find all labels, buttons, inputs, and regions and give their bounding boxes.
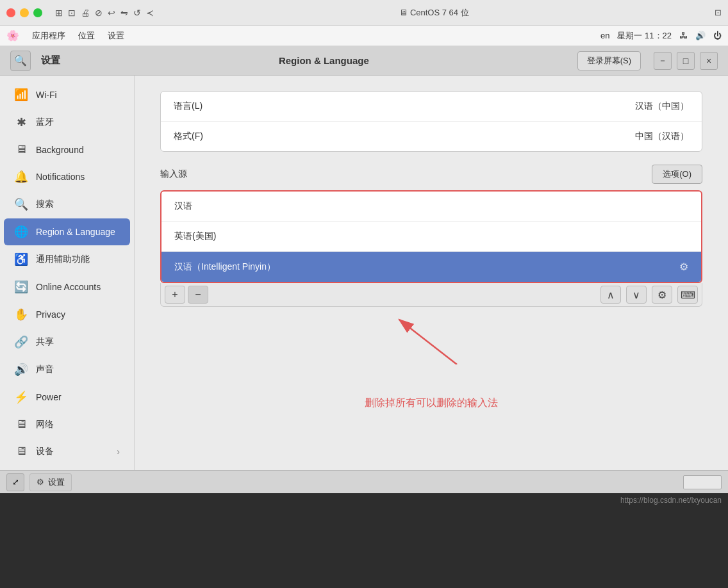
svg-line-1 — [399, 320, 457, 364]
move-up-button[interactable]: ∧ — [600, 286, 621, 304]
taskbar-settings-item[interactable]: ⚙ 设置 — [29, 473, 72, 491]
sidebar-item-devices[interactable]: 🖥 设备 › — [4, 438, 130, 464]
vm-title: 🖥 CentOS 7 64 位 — [154, 7, 715, 19]
locale-indicator: en — [600, 31, 609, 40]
input-sources-toolbar: + − ∧ ∨ ⚙ ⌨ — [160, 283, 702, 307]
close-btn[interactable] — [6, 8, 15, 17]
sidebar-label-search: 搜索 — [36, 199, 54, 210]
sidebar-item-region[interactable]: 🌐 Region & Language — [4, 218, 130, 245]
menubar: 🌸 应用程序 位置 设置 en 星期一 11：22 🖧 🔊 ⏻ — [0, 26, 728, 46]
source-chinese-label: 汉语 — [174, 200, 192, 212]
format-row: 格式(F) 中国（汉语） — [161, 122, 702, 151]
login-screen-button[interactable]: 登录屏幕(S) — [577, 51, 641, 70]
sidebar-item-wifi[interactable]: 📶 Wi-Fi — [4, 81, 130, 108]
source-chinese[interactable]: 汉语 — [161, 192, 701, 222]
background-icon: 🖥 — [14, 143, 28, 156]
search-button[interactable]: 🔍 — [10, 51, 31, 71]
minimize-btn[interactable] — [20, 8, 29, 17]
sidebar-label-region: Region & Language — [36, 227, 115, 237]
accessibility-icon: ♿ — [14, 252, 28, 266]
format-value: 中国（汉语） — [635, 131, 689, 142]
source-english-us[interactable]: 英语(美国) — [161, 222, 701, 252]
sidebar-item-online-accounts[interactable]: 🔄 Online Accounts — [4, 274, 130, 300]
window-close-btn[interactable]: × — [700, 52, 718, 70]
keyboard-button[interactable]: ⌨ — [677, 286, 698, 304]
annotation-arrow — [367, 313, 495, 364]
online-accounts-icon: 🔄 — [14, 280, 28, 294]
window-action-buttons: － □ × — [654, 52, 718, 70]
titlebar-right: ⊡ — [715, 8, 722, 17]
language-label: 语言(L) — [174, 101, 635, 112]
input-sources-header: 输入源 选项(O) — [160, 165, 702, 184]
search-icon: 🔍 — [14, 197, 28, 211]
sidebar-item-background[interactable]: 🖥 Background — [4, 136, 130, 163]
sidebar-label-accessibility: 通用辅助功能 — [36, 254, 90, 265]
menu-settings[interactable]: 设置 — [101, 28, 131, 44]
language-value: 汉语（中国） — [635, 101, 689, 112]
privacy-icon: ✋ — [14, 307, 28, 322]
language-format-section: 语言(L) 汉语（中国） 格式(F) 中国（汉语） — [160, 91, 702, 152]
sidebar-item-power[interactable]: ⚡ Power — [4, 384, 130, 411]
sidebar-item-search[interactable]: 🔍 搜索 — [4, 191, 130, 218]
menubar-right: en 星期一 11：22 🖧 🔊 ⏻ — [600, 30, 722, 42]
sidebar-label-wifi: Wi-Fi — [36, 90, 57, 100]
volume-icon: 🔊 — [695, 31, 706, 40]
icon8: ≺ — [146, 8, 154, 18]
sidebar-item-sharing[interactable]: 🔗 共享 — [4, 329, 130, 355]
icon7: ↺ — [133, 8, 141, 18]
sidebar-item-sound[interactable]: 🔊 声音 — [4, 356, 130, 383]
window-minimize-btn[interactable]: － — [654, 52, 672, 70]
input-settings-button[interactable]: ⚙ — [652, 286, 672, 304]
source-chinese-pinyin-label: 汉语（Intelligent Pinyin） — [174, 261, 276, 273]
source-english-us-label: 英语(美国) — [174, 231, 216, 242]
sidebar-item-privacy[interactable]: ✋ Privacy — [4, 301, 130, 328]
window-controls — [6, 8, 42, 17]
taskbar: ⤢ ⚙ 设置 — [0, 470, 728, 493]
bluetooth-icon: ✱ — [14, 115, 28, 129]
sharing-icon: 🔗 — [14, 335, 28, 349]
sidebar-item-accessibility[interactable]: ♿ 通用辅助功能 — [4, 246, 130, 273]
chevron-right-icon: › — [117, 446, 120, 457]
sidebar-label-notifications: Notifications — [36, 172, 85, 182]
wifi-icon: 📶 — [14, 88, 28, 102]
sidebar-item-network[interactable]: 🖥 网络 — [4, 411, 130, 437]
titlebar: ⊞ ⊡ 🖨 ⊘ ↩ ⇋ ↺ ≺ 🖥 CentOS 7 64 位 ⊡ — [0, 0, 728, 26]
fullscreen-icon: ⊡ — [715, 8, 722, 17]
footer-url: https://blog.csdn.net/lxyoucan — [0, 493, 728, 506]
sidebar: 📶 Wi-Fi ✱ 蓝牙 🖥 Background 🔔 Notification… — [0, 76, 135, 470]
restore-button[interactable]: ⤢ — [6, 473, 24, 491]
power-icon: ⏻ — [713, 31, 722, 40]
taskbar-settings-icon: ⚙ — [37, 477, 44, 487]
menu-locations[interactable]: 位置 — [72, 28, 101, 44]
sidebar-label-online-accounts: Online Accounts — [36, 282, 101, 292]
add-source-button[interactable]: + — [165, 286, 185, 304]
region-icon: 🌐 — [14, 225, 28, 239]
icon1: ⊞ — [55, 8, 63, 18]
sound-icon: 🔊 — [14, 363, 28, 377]
icon2: ⊡ — [68, 8, 76, 18]
maximize-btn[interactable] — [33, 8, 42, 17]
sidebar-item-notifications[interactable]: 🔔 Notifications — [4, 163, 130, 190]
window-maximize-btn[interactable]: □ — [677, 52, 695, 70]
sidebar-item-bluetooth[interactable]: ✱ 蓝牙 — [4, 109, 130, 136]
move-down-button[interactable]: ∨ — [626, 286, 647, 304]
annotation-area: 删除掉所有可以删除的输入法 — [160, 313, 702, 410]
pinyin-settings-icon[interactable]: ⚙ — [679, 261, 688, 273]
power-icon: ⚡ — [14, 390, 28, 404]
input-sources-list: 汉语 英语(美国) 汉语（Intelligent Pinyin） ⚙ — [160, 190, 702, 283]
source-chinese-pinyin[interactable]: 汉语（Intelligent Pinyin） ⚙ — [161, 252, 701, 282]
icon3: 🖨 — [81, 8, 90, 18]
menu-applications[interactable]: 应用程序 — [26, 28, 72, 44]
datetime: 星期一 11：22 — [617, 30, 672, 42]
logo: 🌸 — [6, 29, 19, 42]
format-label: 格式(F) — [174, 131, 635, 142]
notifications-icon: 🔔 — [14, 170, 28, 184]
icon4: ⊘ — [95, 8, 103, 18]
main-content: 语言(L) 汉语（中国） 格式(F) 中国（汉语） 输入源 选项(O) 汉语 英… — [135, 76, 728, 470]
titlebar-icons: ⊞ ⊡ 🖨 ⊘ ↩ ⇋ ↺ ≺ — [55, 8, 154, 18]
remove-source-button[interactable]: − — [188, 286, 208, 304]
network-icon: 🖧 — [679, 31, 688, 40]
options-button[interactable]: 选项(O) — [652, 165, 702, 184]
icon5: ↩ — [108, 8, 115, 18]
sidebar-label-privacy: Privacy — [36, 309, 65, 320]
